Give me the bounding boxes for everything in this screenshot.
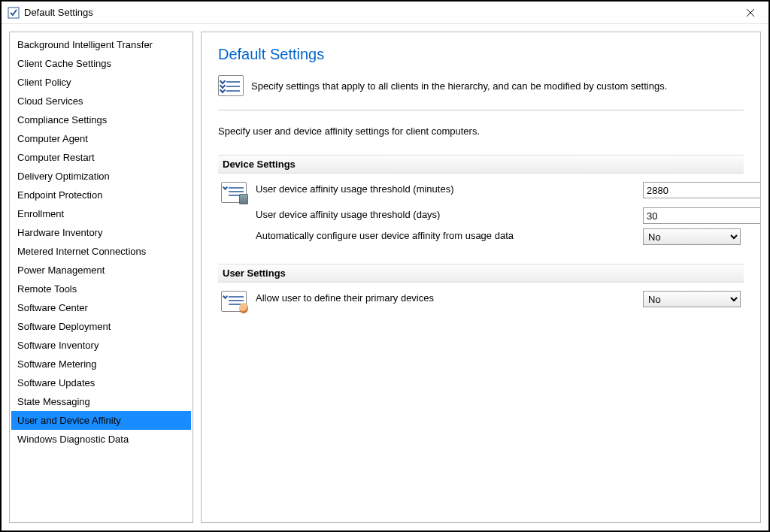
setting-allow-user-primary: Allow user to define their primary devic… <box>218 289 744 314</box>
user-settings-header: User Settings <box>218 264 744 283</box>
sidebar-item-software-center[interactable]: Software Center <box>11 298 191 317</box>
threshold-days-spinner[interactable]: ▲ ▼ <box>643 207 741 224</box>
setting-auto-configure: Automatically configure user device affi… <box>218 226 744 247</box>
subintro-text: Specify user and device affinity setting… <box>218 125 744 137</box>
auto-configure-label: Automatically configure user device affi… <box>256 228 635 241</box>
sidebar-item-remote-tools[interactable]: Remote Tools <box>11 280 191 298</box>
sidebar-item-software-metering[interactable]: Software Metering <box>11 355 191 373</box>
content-frame: Background Intelligent TransferClient Ca… <box>2 24 768 530</box>
intro-text: Specify settings that apply to all clien… <box>251 80 667 92</box>
threshold-minutes-input[interactable] <box>643 182 761 198</box>
sidebar-item-user-and-device-affinity[interactable]: User and Device Affinity <box>11 411 191 430</box>
threshold-days-input[interactable] <box>643 207 761 224</box>
sidebar: Background Intelligent TransferClient Ca… <box>9 32 193 523</box>
setting-threshold-days: User device affinity usage threshold (da… <box>218 205 744 226</box>
sidebar-item-computer-agent[interactable]: Computer Agent <box>11 129 191 148</box>
setting-threshold-minutes: User device affinity usage threshold (mi… <box>218 180 744 205</box>
sidebar-item-hardware-inventory[interactable]: Hardware Inventory <box>11 223 191 242</box>
allow-user-primary-dropdown[interactable]: NoYes <box>643 291 741 307</box>
separator <box>218 110 744 110</box>
auto-configure-dropdown[interactable]: NoYes <box>643 228 741 245</box>
close-button[interactable] <box>734 2 767 23</box>
sidebar-item-software-updates[interactable]: Software Updates <box>11 373 191 392</box>
sidebar-item-metered-internet-connections[interactable]: Metered Internet Connections <box>11 242 191 261</box>
sidebar-item-cloud-services[interactable]: Cloud Services <box>11 92 191 110</box>
page-title: Default Settings <box>218 46 744 63</box>
sidebar-item-background-intelligent-transfer[interactable]: Background Intelligent Transfer <box>11 35 191 54</box>
user-settings-group: User Settings Allow user to define their… <box>218 264 744 314</box>
threshold-minutes-label: User device affinity usage threshold (mi… <box>256 182 635 195</box>
threshold-days-label: User device affinity usage threshold (da… <box>256 207 635 220</box>
sidebar-item-power-management[interactable]: Power Management <box>11 261 191 280</box>
app-icon <box>8 7 20 19</box>
intro-row: Specify settings that apply to all clien… <box>218 75 744 96</box>
checklist-icon <box>218 75 244 96</box>
sidebar-item-computer-restart[interactable]: Computer Restart <box>11 148 191 167</box>
main-panel: Default Settings Specify settings that a… <box>201 32 761 523</box>
sidebar-item-software-deployment[interactable]: Software Deployment <box>11 317 191 336</box>
sidebar-item-compliance-settings[interactable]: Compliance Settings <box>11 110 191 129</box>
sidebar-item-endpoint-protection[interactable]: Endpoint Protection <box>11 186 191 204</box>
sidebar-item-windows-diagnostic-data[interactable]: Windows Diagnostic Data <box>11 430 191 449</box>
sidebar-item-enrollment[interactable]: Enrollment <box>11 204 191 223</box>
threshold-minutes-spinner[interactable]: ▲ ▼ <box>643 182 741 198</box>
device-checklist-icon <box>221 182 247 203</box>
allow-user-primary-label: Allow user to define their primary devic… <box>256 291 635 304</box>
sidebar-item-software-inventory[interactable]: Software Inventory <box>11 336 191 355</box>
window-title: Default Settings <box>24 7 93 18</box>
sidebar-item-client-cache-settings[interactable]: Client Cache Settings <box>11 54 191 73</box>
user-checklist-icon <box>221 291 247 312</box>
sidebar-item-client-policy[interactable]: Client Policy <box>11 73 191 92</box>
device-settings-header: Device Settings <box>218 155 744 174</box>
monitor-overlay-icon <box>239 194 248 204</box>
device-settings-group: Device Settings User device affinity usa… <box>218 155 744 247</box>
titlebar: Default Settings <box>2 2 768 24</box>
sidebar-item-state-messaging[interactable]: State Messaging <box>11 392 191 411</box>
sidebar-item-delivery-optimization[interactable]: Delivery Optimization <box>11 167 191 186</box>
user-overlay-icon <box>239 303 248 313</box>
